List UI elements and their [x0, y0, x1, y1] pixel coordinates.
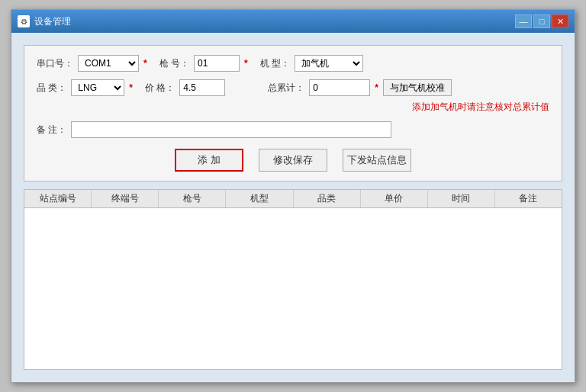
save-button[interactable]: 修改保存 [259, 149, 327, 172]
table-area: 站点编号 终端号 枪号 机型 品类 单价 时间 备注 [24, 189, 562, 370]
price-input[interactable] [179, 79, 225, 96]
window-title: 设备管理 [34, 15, 71, 28]
gun-input[interactable] [194, 55, 240, 72]
machine-type-select[interactable]: 加气机 加油机 [295, 55, 363, 72]
serial-port-group: 串口号： COM1 COM2 COM3 COM4 * [37, 55, 147, 72]
category-group: 品 类： LNG CNG L-CNG * [37, 79, 133, 96]
total-input[interactable] [309, 79, 370, 96]
remark-input[interactable] [71, 121, 391, 138]
app-icon: ⚙ [18, 15, 30, 27]
remark-label: 备 注： [37, 124, 66, 137]
form-row-1: 串口号： COM1 COM2 COM3 COM4 * 枪 号： * 机 型： [37, 55, 549, 72]
warning-text: 添加加气机时请注意核对总累计值 [37, 101, 549, 114]
col-time: 时间 [428, 190, 495, 207]
gun-group: 枪 号： * [159, 55, 248, 72]
close-button[interactable]: ✕ [552, 14, 568, 28]
serial-port-label: 串口号： [37, 57, 73, 70]
minimize-button[interactable]: — [515, 14, 532, 28]
machine-type-group: 机 型： 加气机 加油机 [260, 55, 363, 72]
table-header: 站点编号 终端号 枪号 机型 品类 单价 时间 备注 [24, 190, 562, 208]
col-machine-type: 机型 [226, 190, 293, 207]
send-button[interactable]: 下发站点信息 [343, 149, 411, 172]
add-button[interactable]: 添 加 [175, 149, 243, 172]
buttons-row: 添 加 修改保存 下发站点信息 [37, 149, 549, 172]
col-station-id: 站点编号 [24, 190, 92, 207]
col-unit-price: 单价 [361, 190, 428, 207]
form-area: 串口号： COM1 COM2 COM3 COM4 * 枪 号： * 机 型： [24, 45, 562, 182]
category-select[interactable]: LNG CNG L-CNG [71, 79, 124, 96]
maximize-button[interactable]: □ [533, 14, 550, 28]
serial-port-required: * [143, 58, 147, 69]
col-remark: 备注 [495, 190, 562, 207]
category-label: 品 类： [37, 82, 66, 95]
table-body [24, 208, 562, 369]
serial-port-select[interactable]: COM1 COM2 COM3 COM4 [78, 55, 139, 72]
total-required: * [375, 82, 378, 93]
total-group: 总累计： * 与加气机校准 [268, 79, 452, 96]
content-area: 串口号： COM1 COM2 COM3 COM4 * 枪 号： * 机 型： [11, 33, 575, 382]
col-terminal-id: 终端号 [92, 190, 159, 207]
machine-type-label: 机 型： [260, 57, 290, 70]
title-controls: — □ ✕ [515, 14, 568, 28]
remark-row: 备 注： [37, 121, 549, 138]
title-bar: ⚙ 设备管理 — □ ✕ [11, 10, 575, 33]
col-category: 品类 [294, 190, 361, 207]
main-window: ⚙ 设备管理 — □ ✕ 串口号： COM1 COM2 COM3 COM4 [11, 9, 575, 383]
category-required: * [129, 82, 133, 93]
price-group: 价 格： [145, 79, 225, 96]
price-label: 价 格： [145, 82, 175, 95]
title-bar-title: ⚙ 设备管理 [18, 15, 71, 28]
gun-required: * [244, 58, 248, 69]
col-gun-no: 枪号 [159, 190, 226, 207]
total-label: 总累计： [268, 82, 304, 95]
calibrate-button[interactable]: 与加气机校准 [383, 79, 452, 96]
form-row-2: 品 类： LNG CNG L-CNG * 价 格： 总累计： * [37, 79, 549, 96]
gun-label: 枪 号： [159, 57, 189, 70]
